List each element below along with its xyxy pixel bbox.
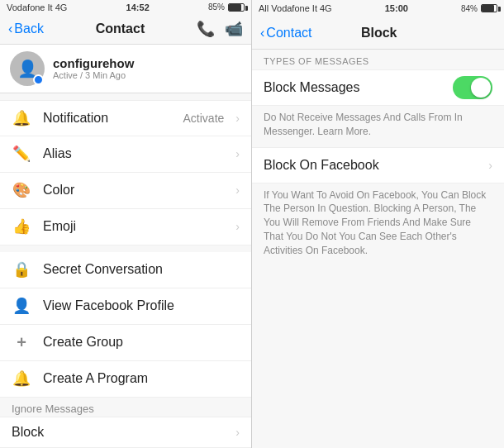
top-menu-section: 🔔 Notification Activate › ✏️ Alias › 🎨 C… <box>0 93 251 245</box>
alias-icon: ✏️ <box>12 145 31 163</box>
alias-chevron: › <box>235 147 240 160</box>
left-carrier: Vodafone It 4G <box>7 2 67 12</box>
right-status-bar: All Vodafone It 4G 15:00 84% <box>252 0 504 17</box>
right-carrier: All Vodafone It 4G <box>259 3 332 13</box>
right-battery-icon <box>481 4 497 12</box>
bottom-menu-section: 🔒 Secret Conversation 👤 View Facebook Pr… <box>0 245 251 398</box>
avatar: 👤 <box>10 51 45 86</box>
secret-conversation-item[interactable]: 🔒 Secret Conversation <box>0 252 251 288</box>
right-time: 15:00 <box>385 3 408 13</box>
block-label: Block <box>12 425 224 440</box>
block-facebook-description: If You Want To Avoid On Facebook, You Ca… <box>252 183 504 265</box>
color-item[interactable]: 🎨 Color › <box>0 173 251 209</box>
secret-icon: 🔒 <box>12 260 31 279</box>
left-back-button[interactable]: ‹ Back <box>8 21 44 36</box>
left-back-chevron: ‹ <box>8 21 12 36</box>
avatar-badge <box>33 74 44 85</box>
video-icon[interactable]: 📹 <box>225 20 243 38</box>
profile-icon: 👤 <box>12 297 31 315</box>
block-messages-row: Block Messages <box>252 69 504 106</box>
color-chevron: › <box>235 183 240 197</box>
create-group-item[interactable]: + Create Group <box>0 325 251 361</box>
phone-icon[interactable]: 📞 <box>197 20 215 38</box>
right-back-button[interactable]: ‹ Contact <box>260 26 311 41</box>
emoji-chevron: › <box>235 220 240 233</box>
left-battery-area: 85% <box>208 2 245 12</box>
ignore-messages-label: Ignore Messages <box>12 403 94 415</box>
emoji-label: Emoji <box>43 219 224 234</box>
right-battery-pct: 84% <box>461 4 478 13</box>
secret-label: Secret Conversation <box>43 262 240 277</box>
block-messages-toggle[interactable] <box>453 76 492 99</box>
right-battery-area: 84% <box>461 4 497 13</box>
notification-icon: 🔔 <box>12 109 31 127</box>
block-facebook-label: Block On Facebook <box>264 158 379 173</box>
contact-row: 👤 configurehow Active / 3 Min Ago <box>0 45 251 93</box>
create-group-label: Create Group <box>43 335 240 350</box>
block-messages-label: Block Messages <box>264 80 360 95</box>
left-nav-icons: 📞 📹 <box>197 20 243 38</box>
create-program-icon: 🔔 <box>12 369 31 388</box>
notification-label: Notification <box>43 111 172 126</box>
block-facebook-chevron: › <box>488 159 492 172</box>
notification-right-val: Activate <box>183 112 225 125</box>
create-program-item[interactable]: 🔔 Create A Program <box>0 361 251 398</box>
create-program-label: Create A Program <box>43 371 240 386</box>
alias-item[interactable]: ✏️ Alias › <box>0 136 251 173</box>
contact-info: configurehow Active / 3 Min Ago <box>53 56 241 80</box>
contact-name: configurehow <box>53 56 241 70</box>
notification-chevron: › <box>235 112 240 125</box>
left-time: 14:52 <box>126 2 150 12</box>
left-nav-bar: ‹ Back Contact 📞 📹 <box>0 15 251 45</box>
color-label: Color <box>43 183 224 198</box>
emoji-icon: 👍 <box>12 217 31 236</box>
color-icon: 🎨 <box>12 181 31 199</box>
contact-status: Active / 3 Min Ago <box>53 70 241 80</box>
right-nav-title: Block <box>361 26 397 41</box>
emoji-item[interactable]: 👍 Emoji › <box>0 209 251 245</box>
left-battery-pct: 85% <box>208 2 225 12</box>
toggle-knob <box>471 78 491 98</box>
block-chevron: › <box>235 426 240 439</box>
block-item[interactable]: Block › <box>0 417 251 448</box>
right-panel: All Vodafone It 4G 15:00 84% ‹ Contact B… <box>252 0 504 448</box>
notification-item[interactable]: 🔔 Notification Activate › <box>0 100 251 136</box>
left-back-label: Back <box>14 21 44 36</box>
alias-label: Alias <box>43 146 224 161</box>
left-battery-icon <box>228 3 245 12</box>
left-status-bar: Vodafone It 4G 14:52 85% <box>0 0 251 15</box>
types-of-messages-header: TYPES OF MESSAGES <box>252 50 504 69</box>
right-back-chevron: ‹ <box>260 26 264 41</box>
ignore-messages-footer: Ignore Messages <box>0 398 251 417</box>
types-header-label: TYPES OF MESSAGES <box>264 56 369 66</box>
left-panel: Vodafone It 4G 14:52 85% ‹ Back Contact … <box>0 0 252 448</box>
block-messages-description: Do Not Receive Messages And Calls From I… <box>252 106 504 145</box>
left-nav-title: Contact <box>96 21 145 36</box>
view-profile-item[interactable]: 👤 View Facebook Profile <box>0 288 251 325</box>
create-group-icon: + <box>12 333 31 352</box>
view-profile-label: View Facebook Profile <box>43 298 240 313</box>
block-facebook-row[interactable]: Block On Facebook › <box>252 147 504 183</box>
right-nav-bar: ‹ Contact Block <box>252 17 504 50</box>
right-back-label: Contact <box>266 26 311 41</box>
